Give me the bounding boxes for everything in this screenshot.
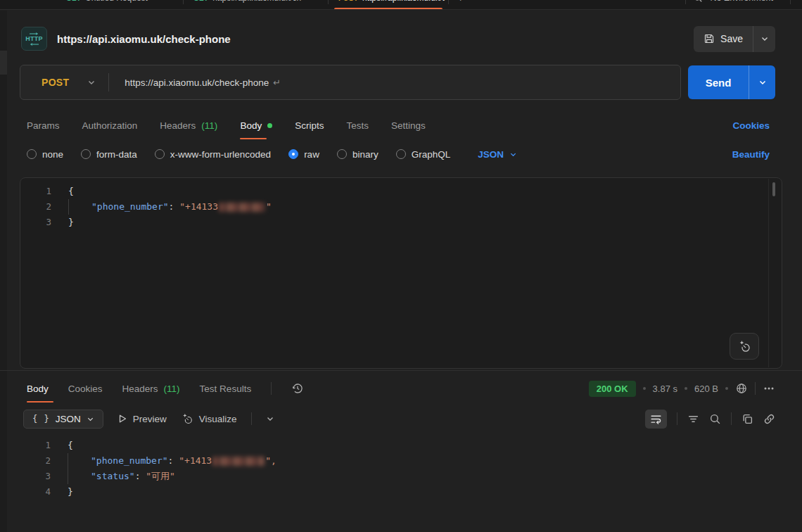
tab-label: Tests <box>346 120 369 131</box>
copy-response-button[interactable] <box>741 413 753 425</box>
radio-circle <box>155 149 165 159</box>
share-link-button[interactable] <box>763 413 775 425</box>
code-string: "可用" <box>146 471 175 481</box>
response-tab-body[interactable]: Body <box>27 374 49 403</box>
divider <box>251 412 252 425</box>
code-line: 1 { <box>20 438 782 453</box>
method-dropdown[interactable]: POST <box>20 77 108 88</box>
tab-scripts[interactable]: Scripts <box>295 111 324 139</box>
response-body-viewer[interactable]: 1 { 2 "phone_number": "+1413", 3 "status… <box>20 433 782 525</box>
chevron-down-icon <box>87 78 96 87</box>
send-button-group: Send <box>688 65 775 99</box>
chevron-down-icon[interactable] <box>266 414 274 423</box>
radio-circle <box>81 149 91 159</box>
tab-label: Authorization <box>82 120 138 131</box>
response-time[interactable]: 3.87 s <box>653 384 677 394</box>
wrap-text-icon <box>650 413 662 425</box>
code-token: } <box>68 217 74 227</box>
response-tab-cookies[interactable]: Cookies <box>68 374 103 403</box>
radio-binary[interactable]: binary <box>337 149 378 160</box>
headers-count: (11) <box>201 120 217 131</box>
scrollbar-thumb[interactable] <box>772 182 775 196</box>
network-info-button[interactable] <box>735 382 748 395</box>
response-size[interactable]: 620 B <box>694 384 718 394</box>
code-line: 4 } <box>20 484 782 500</box>
tab-label: Headers <box>160 120 196 131</box>
new-tab-button[interactable]: + <box>449 0 472 10</box>
workspace-tab-strip: GET Untitled Request GET https://api.xia… <box>0 0 802 10</box>
preview-button[interactable]: Preview <box>117 414 167 424</box>
visualize-sparkle-icon <box>181 412 193 425</box>
url-input[interactable]: https://api.xiaomu.uk/check-phone↵ <box>109 77 680 88</box>
request-body-editor[interactable]: 1 { 2 "phone_number": "+14133" 3 } <box>20 177 782 369</box>
arrow-right-icon <box>29 32 39 35</box>
request-tab-1[interactable]: GET Untitled Request <box>56 0 183 10</box>
tab-title: https://api.xiaomu.uk/t <box>362 0 445 3</box>
send-button[interactable]: Send <box>688 77 749 89</box>
tab-authorization[interactable]: Authorization <box>82 111 138 139</box>
tab-settings[interactable]: Settings <box>391 111 426 139</box>
code-line: 3 } <box>20 215 782 230</box>
code-line: 2 "phone_number": "+14133" <box>20 199 782 215</box>
request-tab-3-active[interactable]: POST https://api.xiaomu.uk/t <box>329 0 448 10</box>
tab-headers[interactable]: Headers(11) <box>160 111 217 139</box>
wrap-lines-button[interactable] <box>645 410 667 429</box>
braces-icon: { } <box>32 414 50 424</box>
line-number: 4 <box>20 484 51 500</box>
filter-button[interactable] <box>687 413 699 425</box>
response-format-dropdown[interactable]: { } JSON <box>23 410 103 429</box>
globe-icon <box>735 382 748 395</box>
sidebar-edge <box>0 11 7 532</box>
tab-body[interactable]: Body <box>240 111 272 139</box>
status-badge[interactable]: 200 OK <box>589 381 636 397</box>
code-string: "+1413 <box>179 455 212 466</box>
response-history-button[interactable] <box>291 382 304 395</box>
redacted-phone-digits <box>212 457 265 466</box>
radio-label: x-www-form-urlencoded <box>170 149 271 160</box>
method-badge: POST <box>338 0 358 2</box>
code-key: "phone_number" <box>91 201 169 212</box>
cookies-link[interactable]: Cookies <box>732 120 770 131</box>
radio-raw[interactable]: raw <box>288 149 319 160</box>
format-label: JSON <box>56 414 81 424</box>
radio-circle-selected <box>288 149 298 159</box>
line-number: 1 <box>20 438 51 453</box>
headers-count: (11) <box>164 384 180 394</box>
code-key: "status" <box>91 471 135 481</box>
code-string: " <box>266 201 272 212</box>
return-key-glyph: ↵ <box>273 77 281 88</box>
save-button[interactable]: Save <box>694 26 753 52</box>
code-token: { <box>68 440 73 450</box>
code-token: : <box>135 471 146 481</box>
preview-label: Preview <box>133 414 167 424</box>
beautify-link[interactable]: Beautify <box>732 149 770 160</box>
app-window: GET Untitled Request GET https://api.xia… <box>0 0 802 532</box>
ellipsis-icon <box>763 382 775 395</box>
send-options-button[interactable] <box>749 65 775 99</box>
request-tab-2[interactable]: GET https://api.xiaomu.uk/ch <box>184 0 328 10</box>
raw-format-dropdown[interactable]: JSON <box>478 149 517 160</box>
tab-label: Test Results <box>200 384 252 394</box>
response-more-options-button[interactable] <box>763 382 775 395</box>
response-tab-headers[interactable]: Headers(11) <box>122 374 180 403</box>
radio-form-data[interactable]: form-data <box>81 149 137 160</box>
postbot-button[interactable] <box>730 333 759 360</box>
response-header: Body Cookies Headers(11) Test Results 20… <box>27 376 775 401</box>
redacted-phone-digits <box>219 203 265 212</box>
radio-graphql[interactable]: GraphQL <box>396 149 451 160</box>
tab-label: Body <box>27 384 49 394</box>
environment-selector[interactable]: No Environment <box>710 0 773 3</box>
tab-label: Settings <box>391 120 426 131</box>
radio-x-www-form-urlencoded[interactable]: x-www-form-urlencoded <box>155 149 271 160</box>
code-key: "phone_number" <box>91 455 168 466</box>
radio-none[interactable]: none <box>27 149 63 160</box>
search-response-button[interactable] <box>709 413 721 425</box>
tab-params[interactable]: Params <box>27 111 60 139</box>
radio-circle <box>27 149 37 159</box>
tab-tests[interactable]: Tests <box>346 111 369 139</box>
separator-dot <box>685 387 687 390</box>
search-icon[interactable] <box>693 0 703 3</box>
response-tab-test-results[interactable]: Test Results <box>200 374 252 403</box>
save-options-button[interactable] <box>753 26 775 52</box>
visualize-button[interactable]: Visualize <box>181 412 237 425</box>
